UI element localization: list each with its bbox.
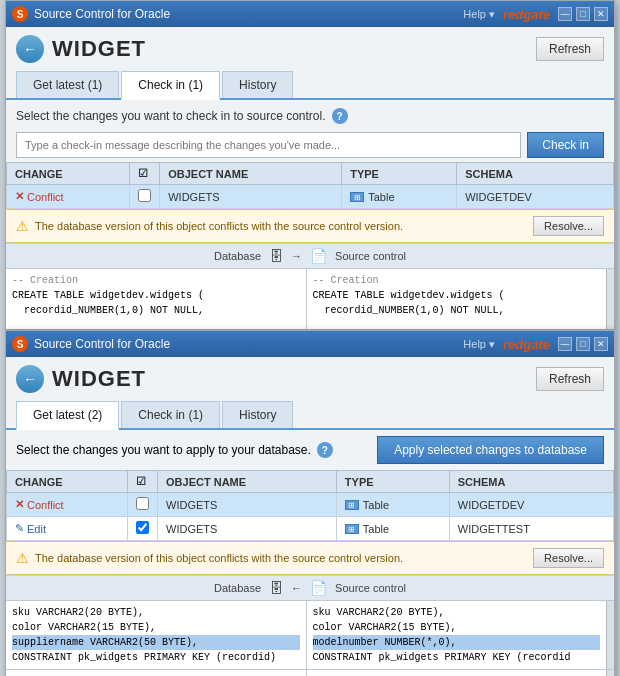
resolve-button-2[interactable]: Resolve... <box>533 548 604 568</box>
col-object-2: OBJECT NAME <box>158 471 337 493</box>
table-row[interactable]: ✎ Edit WIDGETS ⊞ Table WIDGETTEST <box>7 517 614 541</box>
cell-object-2a: WIDGETS <box>158 493 337 517</box>
close-btn-2[interactable]: ✕ <box>594 337 608 351</box>
cell-checkbox-2a[interactable] <box>128 493 158 517</box>
cell-checkbox[interactable] <box>130 185 160 209</box>
titlebar-left-2: S Source Control for Oracle <box>12 336 170 352</box>
cell-object: WIDGETS <box>160 185 342 209</box>
conflict-icon-2: ✕ <box>15 498 24 511</box>
diff-header-right-1: -- Creation <box>313 273 601 288</box>
titlebar-right-2: Help ▾ redgate — □ ✕ <box>463 337 608 352</box>
diff-line-2-left: color VARCHAR2(15 BYTE), <box>12 620 300 635</box>
diff-footer-right: NOCACHE PARALLEL (DEGREE 1 INSTANCES 1) <box>307 670 607 676</box>
db-stack-icon-1: 🗄 <box>269 248 283 264</box>
tab-check-in-2[interactable]: Check in (1) <box>121 401 220 428</box>
tab-history-2[interactable]: History <box>222 401 293 428</box>
row-checkbox-2b[interactable] <box>136 521 149 534</box>
diff-sc-label-1: Source control <box>335 250 406 262</box>
changes-table-1: CHANGE ☑ OBJECT NAME TYPE SCHEMA ✕ Confl… <box>6 162 614 209</box>
checkin-button[interactable]: Check in <box>527 132 604 158</box>
col-type-1: TYPE <box>342 163 457 185</box>
close-btn-1[interactable]: ✕ <box>594 7 608 21</box>
cell-change-conflict: ✕ Conflict <box>7 493 128 517</box>
diff-header-left-1: -- Creation <box>12 273 300 288</box>
conflict-message-1: The database version of this object conf… <box>35 220 403 232</box>
refresh-button-2[interactable]: Refresh <box>536 367 604 391</box>
changes-table-2: CHANGE ☑ OBJECT NAME TYPE SCHEMA ✕ Confl… <box>6 470 614 541</box>
diff-col-left-1: -- Creation CREATE TABLE widgetdev.widge… <box>6 269 307 329</box>
diff-line-2-right: color VARCHAR2(15 BYTE), <box>313 620 601 635</box>
diff-arrow-bar-1: Database 🗄 → 📄 Source control <box>6 244 614 269</box>
diff-footer-row: NOCACHE PARALLEL (DEGREE 1 INSTANCES 1) … <box>6 669 614 676</box>
app-title-1: Source Control for Oracle <box>34 7 170 21</box>
minimize-btn-1[interactable]: — <box>558 7 572 21</box>
tab-get-latest-2[interactable]: Get latest (2) <box>16 401 119 430</box>
col-change-2: CHANGE <box>7 471 128 493</box>
titlebar-1: S Source Control for Oracle Help ▾ redga… <box>6 1 614 27</box>
table-type-icon-2b: ⊞ <box>345 524 359 534</box>
conflict-message-2: The database version of this object conf… <box>35 552 403 564</box>
back-button-1[interactable]: ← <box>16 35 44 63</box>
row-checkbox[interactable] <box>138 189 151 202</box>
cell-schema-2b: WIDGETTEST <box>449 517 613 541</box>
cell-checkbox-2b[interactable] <box>128 517 158 541</box>
diff-line-1-left: sku VARCHAR2(20 BYTE), <box>12 605 300 620</box>
cell-schema: WIDGETDEV <box>457 185 614 209</box>
help-label-1[interactable]: Help ▾ <box>463 8 495 21</box>
refresh-button-1[interactable]: Refresh <box>536 37 604 61</box>
cell-type-2b: ⊞ Table <box>336 517 449 541</box>
row-checkbox-2a[interactable] <box>136 497 149 510</box>
table-row[interactable]: ✕ Conflict WIDGETS ⊞ Table WIDGETDEV <box>7 493 614 517</box>
instructions-text-1: Select the changes you want to check in … <box>16 109 326 123</box>
minimize-btn-2[interactable]: — <box>558 337 572 351</box>
instructions-container-2: Select the changes you want to apply to … <box>16 442 333 458</box>
conflict-warning-text-1: ⚠ The database version of this object co… <box>16 218 403 234</box>
window-controls-2: — □ ✕ <box>558 337 608 351</box>
diff-cols-container-2: sku VARCHAR2(20 BYTE), color VARCHAR2(15… <box>6 601 614 669</box>
help-icon-1[interactable]: ? <box>332 108 348 124</box>
checkin-message-input[interactable] <box>16 132 521 158</box>
window-1: S Source Control for Oracle Help ▾ redga… <box>5 0 615 330</box>
scrollbar-2[interactable] <box>606 601 614 669</box>
tab-check-in-1[interactable]: Check in (1) <box>121 71 220 100</box>
resolve-button-1[interactable]: Resolve... <box>533 216 604 236</box>
diff-footer-left: NOCACHE PARALLEL (DEGREE 1 INSTANCES 1) <box>6 670 307 676</box>
diff-db-label-2: Database <box>214 582 261 594</box>
diff-line-3-left: suppliername VARCHAR2(50 BYTE), <box>12 635 300 650</box>
maximize-btn-1[interactable]: □ <box>576 7 590 21</box>
scrollbar-1[interactable] <box>606 269 614 329</box>
cell-type-2a: ⊞ Table <box>336 493 449 517</box>
tabs-2: Get latest (2) Check in (1) History <box>6 401 614 430</box>
cell-type: ⊞ Table <box>342 185 457 209</box>
col-schema-2: SCHEMA <box>449 471 613 493</box>
diff-section-2: Database 🗄 ← 📄 Source control sku VARCHA… <box>6 575 614 676</box>
app-title-2: Source Control for Oracle <box>34 337 170 351</box>
instructions-1: Select the changes you want to check in … <box>6 100 614 128</box>
diff-arrow-1: → <box>291 250 302 262</box>
tab-history-1[interactable]: History <box>222 71 293 98</box>
apply-changes-button[interactable]: Apply selected changes to database <box>377 436 604 464</box>
redgate-logo-2: redgate <box>503 337 550 352</box>
cell-change: ✕ Conflict <box>7 185 130 209</box>
help-icon-2[interactable]: ? <box>317 442 333 458</box>
diff-col-right-2: sku VARCHAR2(20 BYTE), color VARCHAR2(15… <box>307 601 607 669</box>
conflict-warning-text-2: ⚠ The database version of this object co… <box>16 550 403 566</box>
cell-object-2b: WIDGETS <box>158 517 337 541</box>
widget-title-1: WIDGET <box>52 36 146 62</box>
diff-line-4-left: CONSTRAINT pk_widgets PRIMARY KEY (recor… <box>12 650 300 665</box>
instructions-text-2: Select the changes you want to apply to … <box>16 443 311 457</box>
diff-col-right-1: -- Creation CREATE TABLE widgetdev.widge… <box>307 269 607 329</box>
maximize-btn-2[interactable]: □ <box>576 337 590 351</box>
titlebar-right-1: Help ▾ redgate — □ ✕ <box>463 7 608 22</box>
scrollbar-3[interactable] <box>606 670 614 676</box>
diff-line-1-right: sku VARCHAR2(20 BYTE), <box>313 605 601 620</box>
table-type-icon: ⊞ <box>350 192 364 202</box>
warning-icon-2: ⚠ <box>16 550 29 566</box>
tab-get-latest-1[interactable]: Get latest (1) <box>16 71 119 98</box>
sc-icon-2: 📄 <box>310 580 327 596</box>
back-button-2[interactable]: ← <box>16 365 44 393</box>
tabs-1: Get latest (1) Check in (1) History <box>6 71 614 100</box>
help-label-2[interactable]: Help ▾ <box>463 338 495 351</box>
table-row[interactable]: ✕ Conflict WIDGETS ⊞ Table WIDGETDEV <box>7 185 614 209</box>
col-checkbox-2: ☑ <box>128 471 158 493</box>
